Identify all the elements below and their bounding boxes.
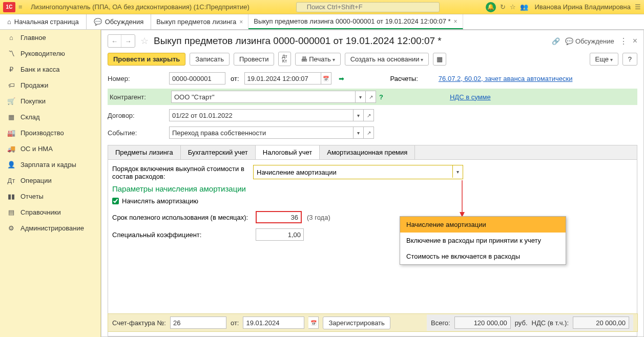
contract-input[interactable] (169, 109, 354, 121)
from-label: от: (231, 75, 239, 82)
settlements-link[interactable]: 76.07.2, 60.02, зачет аванса автоматичес… (439, 75, 573, 82)
sales-icon: 🏷 (7, 81, 15, 89)
chevron-down-icon[interactable]: ▾ (354, 109, 364, 121)
accrue-checkbox-input[interactable] (112, 198, 119, 204)
chevron-down-icon[interactable]: ▾ (354, 127, 364, 139)
dropdown-option[interactable]: Включение в расходы при принятии к учету (400, 233, 566, 248)
event-input[interactable] (169, 127, 354, 139)
calendar-icon[interactable]: 📅 (308, 317, 319, 329)
user-name[interactable]: Иванова Ирина Владимировна (534, 3, 631, 11)
accrue-checkbox[interactable]: Начислять амортизацию (112, 197, 633, 205)
layout-button[interactable]: ▦ (433, 53, 446, 66)
close-icon[interactable]: × (633, 36, 637, 46)
history-icon[interactable]: ↻ (500, 3, 506, 11)
create-based-button[interactable]: Создать на основании (345, 53, 429, 66)
number-label: Номер: (108, 75, 169, 82)
print-button[interactable]: 🖶 Печать (295, 53, 341, 66)
bell-icon[interactable]: 🔔 (486, 2, 496, 12)
open-icon[interactable]: ↗ (364, 127, 374, 139)
coeff-input[interactable] (256, 228, 304, 241)
discussion-button[interactable]: 💬 Обсуждение (565, 37, 614, 45)
sidebar-item[interactable]: ▤Справочники (0, 204, 100, 220)
chevron-down-icon[interactable]: ▾ (452, 165, 463, 178)
window-tabs: ⌂Начальная страница 💬Обсуждения Выкуп пр… (0, 14, 644, 30)
sidebar-item[interactable]: 〽Руководителю (0, 46, 100, 61)
chat-icon: 💬 (94, 18, 102, 26)
sidebar-item[interactable]: ▦Склад (0, 109, 100, 125)
close-icon[interactable]: × (454, 18, 458, 25)
vat-label: НДС (в т.ч.): (532, 319, 569, 327)
bars-icon: ▮▮ (7, 193, 15, 200)
post-button[interactable]: Провести (234, 53, 275, 66)
sidebar-item[interactable]: ▮▮Отчеты (0, 188, 100, 204)
sidebar-item[interactable]: ⚙Администрирование (0, 220, 100, 236)
search-input[interactable] (296, 2, 440, 12)
params-title: Параметры начисления амортизации (112, 184, 633, 193)
help-hint-icon[interactable]: ? (379, 93, 383, 101)
save-button[interactable]: Записать (190, 53, 230, 66)
dtkt-button[interactable]: Дт Кт (278, 52, 290, 66)
dropdown-option[interactable]: Стоимость не включается в расходы (400, 248, 566, 264)
useful-life-input[interactable] (256, 211, 302, 223)
tab-depreciation-bonus[interactable]: Амортизационная премия (320, 145, 415, 159)
back-icon[interactable]: ← (108, 35, 121, 47)
event-label: Событие: (108, 129, 169, 137)
order-label: Порядок включения выкупной стоимости в с… (112, 165, 253, 180)
vat-link[interactable]: НДС в сумме (450, 93, 491, 101)
order-select-input[interactable] (254, 165, 452, 179)
favorite-star-icon[interactable]: ☆ (140, 35, 149, 47)
forward-icon[interactable]: → (121, 35, 135, 47)
calendar-icon[interactable]: 📅 (321, 72, 331, 85)
counterparty-input[interactable] (171, 91, 356, 103)
burger-icon[interactable]: ≡ (18, 3, 27, 11)
open-icon[interactable]: ↗ (366, 91, 376, 103)
tab-accounting[interactable]: Бухгалтерский учет (181, 145, 256, 159)
tab-doc-list[interactable]: Выкуп предметов лизинга× (151, 14, 248, 29)
order-select[interactable]: ▾ (253, 165, 463, 179)
document-form: ←→ ☆ Выкуп предметов лизинга 0000-000001… (101, 30, 644, 337)
sidebar-item[interactable]: ⌂Главное (0, 30, 100, 46)
sidebar-item[interactable]: 🚚ОС и НМА (0, 141, 100, 157)
tab-doc-current[interactable]: Выкуп предметов лизинга 0000-000001 от 1… (248, 14, 463, 29)
tab-discussions[interactable]: 💬Обсуждения (87, 14, 152, 29)
total-label: Всего: (431, 319, 450, 327)
from-label: от: (231, 319, 239, 327)
help-button[interactable]: ? (622, 53, 637, 66)
open-icon[interactable]: ↗ (364, 109, 374, 121)
invoice-number-input[interactable] (170, 317, 226, 329)
tab-tax[interactable]: Налоговый учет (256, 145, 320, 160)
more-button[interactable]: Еще (590, 53, 618, 66)
global-search[interactable] (296, 2, 440, 12)
number-input[interactable] (169, 72, 225, 85)
register-button[interactable]: Зарегистрировать (323, 317, 390, 329)
cart-icon: 🛒 (7, 97, 15, 105)
sidebar-item[interactable]: ₽Банк и касса (0, 61, 100, 77)
sidebar-item[interactable]: 🏷Продажи (0, 77, 100, 93)
truck-icon: 🚚 (7, 145, 15, 153)
sidebar-item[interactable]: 🛒Покупки (0, 93, 100, 109)
currency-label: руб. (515, 319, 528, 327)
tab-home[interactable]: ⌂Начальная страница (0, 14, 87, 29)
tab-leasing-items[interactable]: Предметы лизинга (108, 145, 181, 159)
counterparty-label: Контрагент: (110, 93, 171, 101)
sidebar-item[interactable]: ДтОперации (0, 173, 100, 188)
close-icon[interactable]: × (239, 18, 243, 26)
panel-toggle-icon[interactable]: ☰ (635, 3, 641, 11)
useful-life-label: Срок полезного использования (в месяцах)… (112, 214, 256, 221)
sidebar-item[interactable]: 🏭Производство (0, 125, 100, 141)
contract-label: Договор: (108, 112, 169, 119)
sidebar-item[interactable]: 👤Зарплата и кадры (0, 157, 100, 173)
order-dropdown-list: Начисление амортизации Включение в расхо… (400, 216, 566, 265)
nav-arrows[interactable]: ←→ (108, 34, 135, 48)
kebab-icon[interactable]: ⋮ (619, 36, 628, 46)
date-input[interactable] (244, 72, 321, 85)
document-title: Выкуп предметов лизинга 0000-000001 от 1… (154, 35, 442, 47)
dropdown-option[interactable]: Начисление амортизации (400, 217, 566, 233)
users-icon[interactable]: 👥 (520, 3, 528, 11)
coeff-label: Специальный коэффициент: (112, 231, 256, 239)
chevron-down-icon[interactable]: ▾ (356, 91, 366, 103)
link-icon[interactable]: 🔗 (552, 37, 560, 45)
post-and-close-button[interactable]: Провести и закрыть (108, 53, 185, 66)
invoice-date-input[interactable] (243, 317, 304, 329)
star-icon[interactable]: ☆ (510, 3, 516, 11)
